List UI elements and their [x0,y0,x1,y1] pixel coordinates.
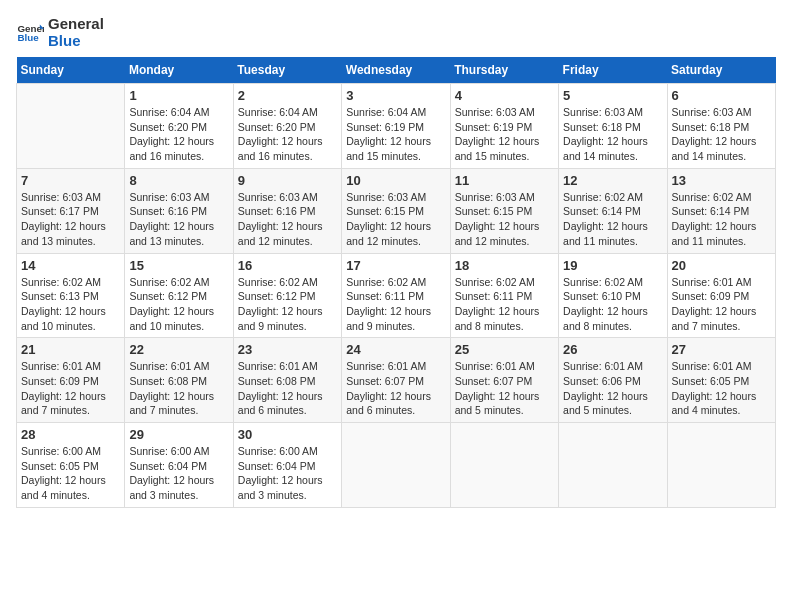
day-number: 28 [21,427,120,442]
logo-icon: General Blue [16,19,44,47]
calendar-cell: 26Sunrise: 6:01 AMSunset: 6:06 PMDayligh… [559,338,667,423]
calendar-cell: 24Sunrise: 6:01 AMSunset: 6:07 PMDayligh… [342,338,450,423]
day-info: Sunrise: 6:02 AMSunset: 6:12 PMDaylight:… [238,275,337,334]
calendar-cell: 12Sunrise: 6:02 AMSunset: 6:14 PMDayligh… [559,168,667,253]
col-header-sunday: Sunday [17,57,125,84]
day-number: 19 [563,258,662,273]
day-number: 10 [346,173,445,188]
day-number: 13 [672,173,771,188]
day-info: Sunrise: 6:03 AMSunset: 6:18 PMDaylight:… [672,105,771,164]
day-number: 18 [455,258,554,273]
calendar-cell: 22Sunrise: 6:01 AMSunset: 6:08 PMDayligh… [125,338,233,423]
col-header-monday: Monday [125,57,233,84]
day-number: 22 [129,342,228,357]
col-header-thursday: Thursday [450,57,558,84]
day-info: Sunrise: 6:02 AMSunset: 6:11 PMDaylight:… [455,275,554,334]
day-number: 2 [238,88,337,103]
day-info: Sunrise: 6:02 AMSunset: 6:10 PMDaylight:… [563,275,662,334]
day-info: Sunrise: 6:00 AMSunset: 6:05 PMDaylight:… [21,444,120,503]
day-info: Sunrise: 6:04 AMSunset: 6:19 PMDaylight:… [346,105,445,164]
day-info: Sunrise: 6:03 AMSunset: 6:16 PMDaylight:… [129,190,228,249]
col-header-saturday: Saturday [667,57,775,84]
day-number: 12 [563,173,662,188]
calendar-cell [667,423,775,508]
day-number: 8 [129,173,228,188]
day-number: 30 [238,427,337,442]
calendar-week-4: 21Sunrise: 6:01 AMSunset: 6:09 PMDayligh… [17,338,776,423]
day-info: Sunrise: 6:03 AMSunset: 6:15 PMDaylight:… [346,190,445,249]
day-info: Sunrise: 6:01 AMSunset: 6:05 PMDaylight:… [672,359,771,418]
calendar-cell: 7Sunrise: 6:03 AMSunset: 6:17 PMDaylight… [17,168,125,253]
day-number: 17 [346,258,445,273]
col-header-tuesday: Tuesday [233,57,341,84]
day-info: Sunrise: 6:00 AMSunset: 6:04 PMDaylight:… [129,444,228,503]
day-number: 9 [238,173,337,188]
day-info: Sunrise: 6:03 AMSunset: 6:17 PMDaylight:… [21,190,120,249]
calendar-week-1: 1Sunrise: 6:04 AMSunset: 6:20 PMDaylight… [17,84,776,169]
calendar-cell: 1Sunrise: 6:04 AMSunset: 6:20 PMDaylight… [125,84,233,169]
calendar-cell [342,423,450,508]
calendar-cell: 8Sunrise: 6:03 AMSunset: 6:16 PMDaylight… [125,168,233,253]
calendar-cell: 28Sunrise: 6:00 AMSunset: 6:05 PMDayligh… [17,423,125,508]
calendar-week-2: 7Sunrise: 6:03 AMSunset: 6:17 PMDaylight… [17,168,776,253]
calendar-cell: 25Sunrise: 6:01 AMSunset: 6:07 PMDayligh… [450,338,558,423]
day-number: 4 [455,88,554,103]
day-info: Sunrise: 6:03 AMSunset: 6:16 PMDaylight:… [238,190,337,249]
calendar-week-5: 28Sunrise: 6:00 AMSunset: 6:05 PMDayligh… [17,423,776,508]
calendar-week-3: 14Sunrise: 6:02 AMSunset: 6:13 PMDayligh… [17,253,776,338]
logo-blue: Blue [48,33,104,50]
calendar-table: SundayMondayTuesdayWednesdayThursdayFrid… [16,57,776,508]
day-info: Sunrise: 6:01 AMSunset: 6:08 PMDaylight:… [129,359,228,418]
calendar-cell: 2Sunrise: 6:04 AMSunset: 6:20 PMDaylight… [233,84,341,169]
calendar-cell: 10Sunrise: 6:03 AMSunset: 6:15 PMDayligh… [342,168,450,253]
day-info: Sunrise: 6:01 AMSunset: 6:07 PMDaylight:… [455,359,554,418]
day-info: Sunrise: 6:00 AMSunset: 6:04 PMDaylight:… [238,444,337,503]
day-number: 6 [672,88,771,103]
day-info: Sunrise: 6:01 AMSunset: 6:08 PMDaylight:… [238,359,337,418]
day-number: 11 [455,173,554,188]
calendar-cell: 19Sunrise: 6:02 AMSunset: 6:10 PMDayligh… [559,253,667,338]
day-number: 3 [346,88,445,103]
logo-general: General [48,16,104,33]
calendar-cell: 20Sunrise: 6:01 AMSunset: 6:09 PMDayligh… [667,253,775,338]
calendar-cell: 15Sunrise: 6:02 AMSunset: 6:12 PMDayligh… [125,253,233,338]
day-number: 23 [238,342,337,357]
day-number: 21 [21,342,120,357]
calendar-cell: 27Sunrise: 6:01 AMSunset: 6:05 PMDayligh… [667,338,775,423]
calendar-cell: 13Sunrise: 6:02 AMSunset: 6:14 PMDayligh… [667,168,775,253]
calendar-cell [559,423,667,508]
day-number: 14 [21,258,120,273]
day-number: 16 [238,258,337,273]
day-info: Sunrise: 6:02 AMSunset: 6:14 PMDaylight:… [563,190,662,249]
calendar-cell: 17Sunrise: 6:02 AMSunset: 6:11 PMDayligh… [342,253,450,338]
calendar-cell [450,423,558,508]
logo: General Blue General Blue [16,16,104,49]
calendar-cell: 3Sunrise: 6:04 AMSunset: 6:19 PMDaylight… [342,84,450,169]
day-info: Sunrise: 6:04 AMSunset: 6:20 PMDaylight:… [129,105,228,164]
calendar-cell: 16Sunrise: 6:02 AMSunset: 6:12 PMDayligh… [233,253,341,338]
day-info: Sunrise: 6:04 AMSunset: 6:20 PMDaylight:… [238,105,337,164]
day-info: Sunrise: 6:02 AMSunset: 6:13 PMDaylight:… [21,275,120,334]
page-header: General Blue General Blue [16,16,776,49]
calendar-cell: 14Sunrise: 6:02 AMSunset: 6:13 PMDayligh… [17,253,125,338]
calendar-cell: 4Sunrise: 6:03 AMSunset: 6:19 PMDaylight… [450,84,558,169]
col-header-friday: Friday [559,57,667,84]
day-info: Sunrise: 6:03 AMSunset: 6:18 PMDaylight:… [563,105,662,164]
day-info: Sunrise: 6:03 AMSunset: 6:19 PMDaylight:… [455,105,554,164]
day-info: Sunrise: 6:01 AMSunset: 6:06 PMDaylight:… [563,359,662,418]
calendar-cell: 18Sunrise: 6:02 AMSunset: 6:11 PMDayligh… [450,253,558,338]
day-info: Sunrise: 6:03 AMSunset: 6:15 PMDaylight:… [455,190,554,249]
day-number: 7 [21,173,120,188]
day-number: 24 [346,342,445,357]
calendar-cell: 6Sunrise: 6:03 AMSunset: 6:18 PMDaylight… [667,84,775,169]
day-number: 20 [672,258,771,273]
day-info: Sunrise: 6:02 AMSunset: 6:14 PMDaylight:… [672,190,771,249]
day-number: 1 [129,88,228,103]
day-number: 29 [129,427,228,442]
day-info: Sunrise: 6:01 AMSunset: 6:09 PMDaylight:… [672,275,771,334]
calendar-cell: 11Sunrise: 6:03 AMSunset: 6:15 PMDayligh… [450,168,558,253]
svg-text:Blue: Blue [17,32,39,43]
calendar-cell: 29Sunrise: 6:00 AMSunset: 6:04 PMDayligh… [125,423,233,508]
day-info: Sunrise: 6:01 AMSunset: 6:07 PMDaylight:… [346,359,445,418]
calendar-cell: 5Sunrise: 6:03 AMSunset: 6:18 PMDaylight… [559,84,667,169]
